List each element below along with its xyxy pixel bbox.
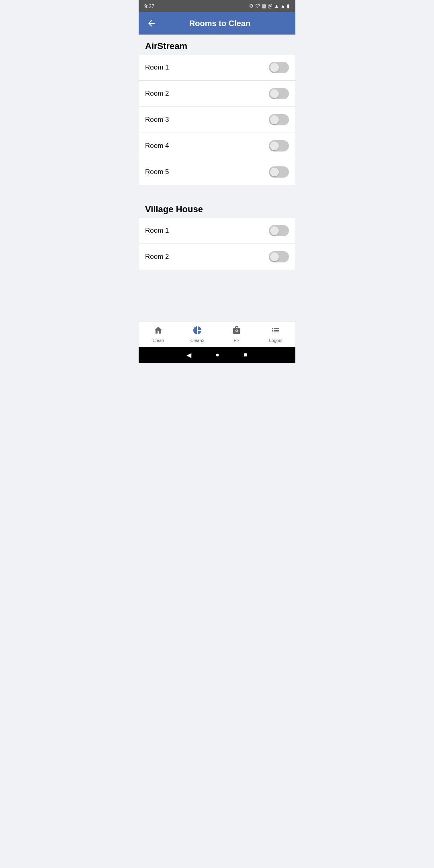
status-icons: ⚙ 🛡 ▤ @ ▲ ▲ ▮	[249, 3, 290, 9]
card-icon: ▤	[262, 3, 266, 9]
nav-label-logout: Logout	[269, 338, 283, 343]
at-icon: @	[268, 3, 272, 9]
bottom-nav: Clean Clean2 Fix Logout	[139, 321, 295, 347]
nav-label-clean: Clean	[152, 338, 164, 343]
room-item: Room 4	[139, 133, 295, 159]
room-name: Room 5	[145, 168, 169, 176]
room-toggle-a3[interactable]	[269, 114, 289, 125]
room-toggle-a5[interactable]	[269, 166, 289, 178]
home-icon	[154, 326, 163, 337]
android-home-button[interactable]: ●	[215, 351, 219, 358]
room-toggle-v1[interactable]	[269, 225, 289, 236]
status-time: 9:27	[144, 3, 154, 9]
nav-item-clean[interactable]: Clean	[139, 321, 178, 347]
android-nav-bar: ◀ ● ■	[139, 347, 295, 363]
room-item: Room 2	[139, 244, 295, 270]
section-airstream: AirStream Room 1 Room 2 Ro	[139, 35, 295, 185]
section-title-airstream: AirStream	[145, 41, 289, 51]
android-recent-button[interactable]: ■	[244, 351, 248, 358]
section-spacer	[139, 188, 295, 198]
room-toggle-a1[interactable]	[269, 62, 289, 73]
money-bag-icon	[232, 326, 242, 337]
app-bar: Rooms to Clean	[139, 12, 295, 35]
nav-label-clean2: Clean2	[190, 338, 205, 343]
room-name: Room 4	[145, 142, 169, 150]
nav-item-logout[interactable]: Logout	[256, 321, 296, 347]
room-name: Room 3	[145, 116, 169, 124]
room-item: Room 2	[139, 81, 295, 107]
room-toggle-a2[interactable]	[269, 88, 289, 99]
room-name: Room 2	[145, 90, 169, 98]
pie-chart-icon	[192, 326, 202, 337]
battery-icon: ▮	[287, 3, 290, 9]
room-item: Room 5	[139, 159, 295, 185]
nav-label-fix: Fix	[233, 338, 240, 343]
nav-item-fix[interactable]: Fix	[217, 321, 256, 347]
settings-icon: ⚙	[249, 3, 254, 9]
empty-space	[139, 273, 295, 321]
section-header-villagehouse: Village House	[139, 198, 295, 218]
status-bar: 9:27 ⚙ 🛡 ▤ @ ▲ ▲ ▮	[139, 0, 295, 12]
room-toggle-v2[interactable]	[269, 251, 289, 262]
nav-item-clean2[interactable]: Clean2	[178, 321, 217, 347]
page-title: Rooms to Clean	[163, 19, 277, 28]
shield-icon: 🛡	[255, 3, 260, 9]
section-villagehouse: Village House Room 1 Room 2	[139, 198, 295, 270]
signal-icon: ▲	[280, 3, 285, 9]
room-list-villagehouse: Room 1 Room 2	[139, 218, 295, 270]
room-toggle-a4[interactable]	[269, 140, 289, 151]
room-name: Room 1	[145, 63, 169, 72]
room-item: Room 1	[139, 218, 295, 244]
content-area: AirStream Room 1 Room 2 Ro	[139, 35, 295, 321]
list-icon	[271, 326, 280, 337]
room-item: Room 1	[139, 55, 295, 81]
room-item: Room 3	[139, 107, 295, 133]
section-title-villagehouse: Village House	[145, 204, 289, 215]
room-list-airstream: Room 1 Room 2 Room 3	[139, 55, 295, 185]
android-back-button[interactable]: ◀	[186, 351, 191, 359]
back-button[interactable]	[145, 17, 158, 30]
section-header-airstream: AirStream	[139, 35, 295, 55]
room-name: Room 2	[145, 253, 169, 261]
room-name: Room 1	[145, 227, 169, 235]
wifi-icon: ▲	[274, 3, 279, 9]
